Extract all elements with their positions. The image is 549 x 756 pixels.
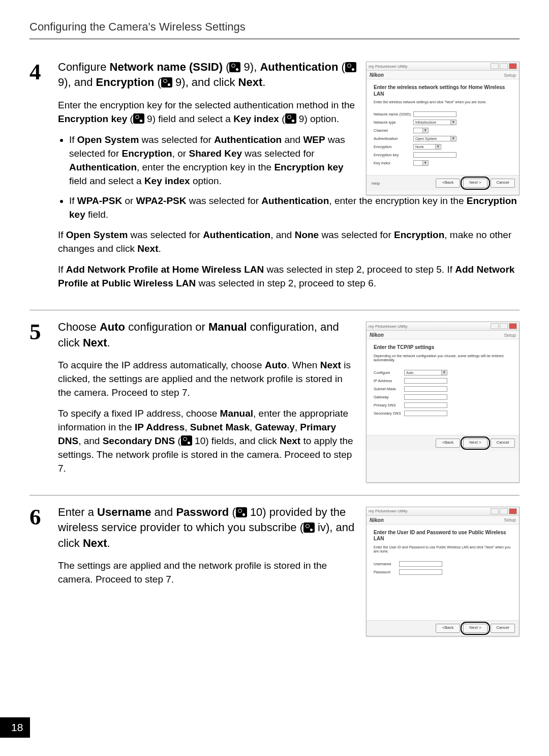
window-close-icon[interactable]	[509, 63, 517, 69]
step5-p1: To acquire the IP address automatically,…	[58, 359, 357, 400]
next-button[interactable]: Next >	[463, 179, 487, 188]
password-field[interactable]	[399, 569, 442, 575]
chevron-down-icon: ▾	[422, 161, 428, 165]
reference-icon	[161, 77, 172, 88]
dialog-note: Depending on the network configuration y…	[374, 354, 513, 363]
dialog-title: my Picturetown Utility	[369, 324, 490, 329]
reference-icon	[285, 113, 296, 124]
nettype-label: Network type	[374, 120, 413, 125]
gateway-field[interactable]	[404, 394, 447, 400]
setup-label: Setup	[504, 517, 516, 522]
username-field[interactable]	[399, 561, 442, 567]
auth-select[interactable]: Open System▾	[413, 136, 456, 141]
cancel-button[interactable]: Cancel	[491, 439, 515, 448]
dialog-title: my Picturetown Utility	[369, 509, 490, 513]
next-button[interactable]: Next >	[463, 624, 487, 633]
reference-icon	[229, 62, 240, 72]
enckey-field[interactable]	[413, 152, 456, 158]
step5-p2: To specify a fixed IP address, choose Ma…	[58, 407, 357, 476]
window-minimize-icon[interactable]	[491, 63, 499, 69]
dialog-public-wireless: my Picturetown Utility Nikon Setup Enter…	[366, 507, 520, 636]
ssid-label: Network name (SSID)	[374, 112, 413, 117]
cancel-button[interactable]: Cancel	[491, 624, 515, 633]
page-number: 18	[0, 717, 30, 738]
password-label: Password	[374, 570, 399, 574]
pdns-label: Primary DNS	[374, 403, 404, 408]
step-number: 5	[29, 319, 58, 342]
dialog-tcpip: my Picturetown Utility Nikon Setup Enter…	[366, 322, 520, 482]
chevron-down-icon: ▾	[441, 370, 446, 375]
gateway-label: Gateway	[374, 395, 404, 399]
dialog-heading: Enter the User ID and Password to use Pu…	[374, 530, 513, 542]
chevron-down-icon: ▾	[450, 136, 455, 141]
dialog-heading: Enter the TCP/IP settings	[374, 344, 513, 351]
reference-icon	[303, 522, 315, 533]
dialog-note: Enter the User ID and Password to use Pu…	[374, 545, 513, 554]
step-4: 4 Configure Network name (SSID) ( 9), Au…	[29, 60, 520, 298]
reference-icon	[345, 62, 356, 72]
setup-label: Setup	[504, 333, 516, 338]
ip-label: IP Address	[374, 379, 404, 383]
dialog-heading: Enter the wireless network settings for …	[374, 84, 513, 97]
window-maximize-icon[interactable]	[500, 323, 508, 329]
step4-bullet-2: If WPA-PSK or WPA2-PSK was selected for …	[69, 194, 520, 222]
username-label: Username	[374, 562, 399, 566]
back-button[interactable]: <Back	[436, 439, 460, 448]
step4-p1: Enter the encryption key for the selecte…	[58, 99, 357, 126]
step-6: 6 Enter a Username and Password ( 10) pr…	[29, 505, 520, 636]
step4-bullet-1: If Open System was selected for Authenti…	[69, 133, 357, 188]
next-button[interactable]: Next >	[463, 439, 487, 448]
keyindex-label: Key index	[374, 161, 413, 165]
dialog-home-wireless: my Picturetown Utility Nikon Setup Enter…	[366, 62, 520, 195]
mask-field[interactable]	[404, 386, 447, 392]
window-minimize-icon[interactable]	[491, 323, 499, 329]
window-minimize-icon[interactable]	[491, 508, 499, 514]
help-button[interactable]: Help	[371, 181, 433, 186]
window-maximize-icon[interactable]	[500, 508, 508, 514]
cancel-button[interactable]: Cancel	[491, 179, 515, 188]
window-close-icon[interactable]	[509, 508, 517, 514]
chevron-down-icon: ▾	[422, 128, 428, 133]
back-button[interactable]: <Back	[436, 179, 460, 188]
step-number: 6	[29, 505, 58, 528]
window-maximize-icon[interactable]	[500, 63, 508, 69]
nettype-select[interactable]: Infrastructure▾	[413, 120, 456, 125]
step6-p1: The settings are applied and the network…	[58, 559, 357, 587]
configure-label: Configure	[374, 370, 404, 375]
enckey-label: Encryption key	[374, 153, 413, 157]
step-divider	[29, 495, 520, 496]
encryption-label: Encryption	[374, 144, 413, 149]
ssid-field[interactable]	[413, 111, 456, 117]
pdns-field[interactable]	[404, 402, 447, 408]
reference-icon	[133, 113, 144, 124]
page-header: Configuring the Camera's Wireless Settin…	[29, 20, 520, 37]
step-5: 5 Choose Auto configuration or Manual co…	[29, 319, 520, 482]
back-button[interactable]: <Back	[436, 624, 460, 633]
header-rule	[29, 39, 520, 39]
configure-select[interactable]: Auto▾	[404, 370, 447, 375]
brand-label: Nikon	[370, 517, 384, 523]
step4-p3: If Add Network Profile at Home Wireless …	[58, 263, 520, 290]
sdns-label: Secondary DNS	[374, 411, 404, 416]
brand-label: Nikon	[370, 332, 384, 338]
setup-label: Setup	[504, 73, 516, 78]
channel-label: Channel	[374, 128, 413, 133]
auth-label: Authentication	[374, 136, 413, 141]
window-close-icon[interactable]	[509, 323, 517, 329]
encryption-select[interactable]: None▾	[413, 144, 441, 150]
step-divider	[29, 310, 520, 310]
keyindex-select[interactable]: ▾	[413, 160, 429, 166]
sdns-field[interactable]	[404, 411, 447, 416]
page-footer: 18	[0, 717, 30, 738]
dialog-title: my Picturetown Utility	[369, 64, 490, 69]
channel-select[interactable]: ▾	[413, 128, 429, 133]
page: Configuring the Camera's Wireless Settin…	[0, 0, 549, 756]
step-number: 4	[29, 60, 58, 82]
reference-icon	[181, 435, 192, 446]
ip-field[interactable]	[404, 378, 447, 384]
step4-headline: Configure Network name (SSID) ( 9), Auth…	[58, 60, 357, 91]
reference-icon	[236, 507, 247, 517]
step4-p2: If Open System was selected for Authenti…	[58, 228, 520, 256]
dialog-note: Enter the wireless network settings and …	[374, 100, 513, 104]
step5-headline: Choose Auto configuration or Manual conf…	[58, 319, 357, 351]
